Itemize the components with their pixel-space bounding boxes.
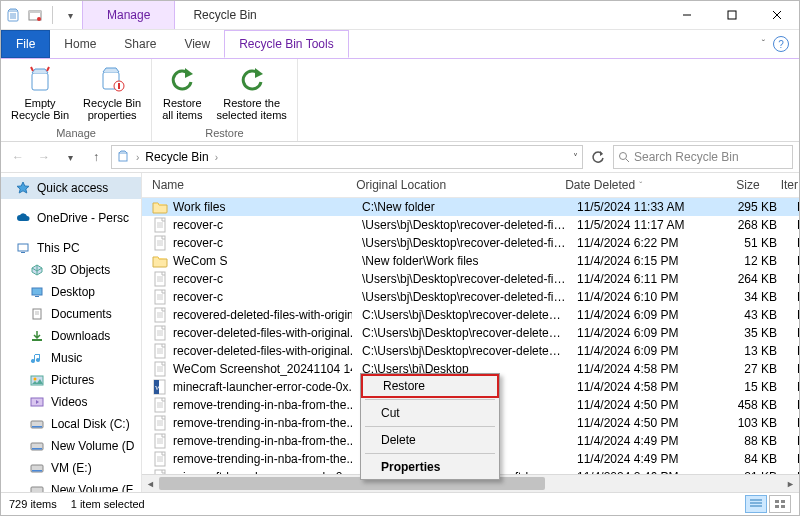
nav-item-label: Pictures (51, 373, 94, 387)
large-icons-view-button[interactable] (769, 495, 791, 513)
up-button[interactable]: ↑ (85, 146, 107, 168)
file-icon (152, 361, 168, 377)
file-type: Mic (787, 380, 799, 394)
ctx-divider (365, 399, 495, 400)
breadcrumb-root[interactable]: Recycle Bin (145, 150, 208, 164)
table-row[interactable]: recover-c\Users\bj\Desktop\recover-delet… (142, 288, 799, 306)
nav-label: Quick access (37, 181, 108, 195)
table-row[interactable]: recover-c\Users\bj\Desktop\recover-delet… (142, 270, 799, 288)
nav-item[interactable]: Downloads (1, 325, 141, 347)
nav-quick-access[interactable]: Quick access (1, 177, 141, 199)
tab-file[interactable]: File (1, 30, 50, 58)
ctx-restore[interactable]: Restore (361, 374, 499, 398)
restore-all-icon (166, 63, 198, 95)
file-date: 11/4/2024 6:22 PM (567, 236, 707, 250)
table-row[interactable]: WeCom S\New folder\Work files11/4/2024 6… (142, 252, 799, 270)
search-input[interactable]: Search Recycle Bin (613, 145, 793, 169)
nav-item[interactable]: Documents (1, 303, 141, 325)
minimize-button[interactable] (664, 1, 709, 29)
scroll-right-button[interactable]: ► (782, 475, 799, 492)
nav-item[interactable]: VM (E:) (1, 457, 141, 479)
nav-item-label: Documents (51, 307, 112, 321)
svg-rect-24 (32, 339, 42, 341)
file-date: 11/4/2024 4:49 PM (567, 434, 707, 448)
tab-share[interactable]: Share (110, 30, 170, 58)
nav-item[interactable]: 3D Objects (1, 259, 141, 281)
nav-item[interactable]: Desktop (1, 281, 141, 303)
file-size: 458 KB (707, 398, 787, 412)
file-size: 13 KB (707, 344, 787, 358)
file-icon (152, 289, 168, 305)
table-row[interactable]: Work filesC:\New folder11/5/2024 11:33 A… (142, 198, 799, 216)
file-icon (152, 307, 168, 323)
empty-bin-label: Empty Recycle Bin (11, 97, 69, 121)
forward-button[interactable]: → (33, 146, 55, 168)
maximize-button[interactable] (709, 1, 754, 29)
nav-item-icon (29, 460, 45, 476)
nav-onedrive[interactable]: OneDrive - Persc (1, 207, 141, 229)
address-dropdown-icon[interactable]: ˅ (573, 152, 578, 163)
navigation-pane[interactable]: Quick access OneDrive - Persc This PC 3D… (1, 173, 142, 492)
back-button[interactable]: ← (7, 146, 29, 168)
body: Quick access OneDrive - Persc This PC 3D… (1, 173, 799, 492)
file-name: recover-deleted-files-with-original... (173, 326, 352, 340)
table-row[interactable]: recover-deleted-files-with-original...C:… (142, 324, 799, 342)
tab-recycle-bin-tools[interactable]: Recycle Bin Tools (224, 30, 349, 58)
nav-item[interactable]: New Volume (F (1, 479, 141, 492)
file-type: PN (787, 290, 799, 304)
nav-item[interactable]: Videos (1, 391, 141, 413)
file-size: 27 KB (707, 362, 787, 376)
refresh-button[interactable] (587, 146, 609, 168)
details-view-button[interactable] (745, 495, 767, 513)
qat-dropdown-icon[interactable]: ▾ (62, 7, 78, 23)
svg-rect-29 (32, 426, 42, 428)
file-name: recover-c (173, 272, 223, 286)
ctx-properties[interactable]: Properties (361, 455, 499, 479)
recent-locations-button[interactable]: ▾ (59, 146, 81, 168)
file-icon (152, 451, 168, 467)
help-icon[interactable]: ? (773, 36, 789, 52)
file-name: recover-deleted-files-with-original... (173, 344, 352, 358)
qat-properties-icon[interactable] (27, 7, 43, 23)
close-button[interactable] (754, 1, 799, 29)
empty-recycle-bin-button[interactable]: Empty Recycle Bin (7, 63, 73, 126)
file-size: 43 KB (707, 308, 787, 322)
file-icon (152, 343, 168, 359)
address-bar[interactable]: › Recycle Bin › ˅ (111, 145, 583, 169)
nav-item-icon (29, 416, 45, 432)
column-headers: Name Original Location Date Deletedˇ Siz… (142, 173, 799, 198)
scroll-left-button[interactable]: ◄ (142, 475, 159, 492)
tab-view[interactable]: View (170, 30, 224, 58)
table-row[interactable]: recovered-deleted-files-with-original...… (142, 306, 799, 324)
column-item-type[interactable]: Iter (771, 173, 799, 197)
file-type: PN (787, 218, 799, 232)
restore-all-button[interactable]: Restore all items (158, 63, 206, 126)
nav-item[interactable]: Music (1, 347, 141, 369)
breadcrumb-chevron-icon[interactable]: › (136, 152, 139, 163)
file-size: 88 KB (707, 434, 787, 448)
ctx-cut[interactable]: Cut (361, 401, 499, 425)
nav-item[interactable]: Local Disk (C:) (1, 413, 141, 435)
file-icon (152, 415, 168, 431)
nav-this-pc[interactable]: This PC (1, 237, 141, 259)
breadcrumb-chevron-icon[interactable]: › (215, 152, 218, 163)
table-row[interactable]: recover-deleted-files-with-original...C:… (142, 342, 799, 360)
column-date-deleted[interactable]: Date Deletedˇ (555, 173, 692, 197)
table-row[interactable]: recover-c\Users\bj\Desktop\recover-delet… (142, 234, 799, 252)
contextual-tab-manage[interactable]: Manage (82, 1, 175, 29)
table-row[interactable]: recover-c\Users\bj\Desktop\recover-delet… (142, 216, 799, 234)
nav-item[interactable]: New Volume (D (1, 435, 141, 457)
tab-home[interactable]: Home (50, 30, 110, 58)
column-original-location[interactable]: Original Location (346, 173, 555, 197)
file-location: C:\Users\bj\Desktop\recover-deleted-file… (352, 326, 567, 340)
nav-item[interactable]: Pictures (1, 369, 141, 391)
ctx-delete[interactable]: Delete (361, 428, 499, 452)
recycle-bin-properties-button[interactable]: Recycle Bin properties (79, 63, 145, 126)
ribbon-collapse-icon[interactable]: ˇ (762, 39, 765, 50)
nav-item-icon (29, 438, 45, 454)
file-date: 11/4/2024 6:09 PM (567, 326, 707, 340)
group-label-restore: Restore (205, 127, 244, 139)
column-size[interactable]: Size (692, 173, 771, 197)
column-name[interactable]: Name (142, 173, 346, 197)
restore-selected-button[interactable]: Restore the selected items (213, 63, 291, 126)
